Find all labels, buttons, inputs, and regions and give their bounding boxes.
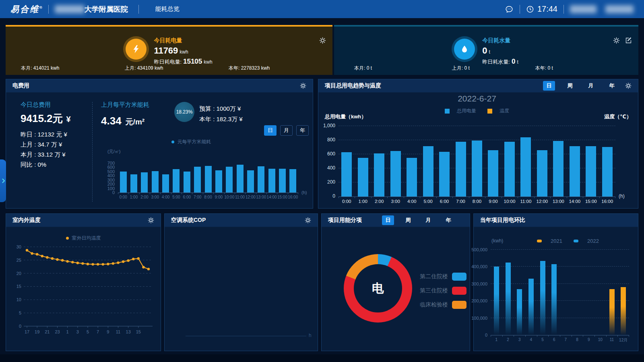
legend-item[interactable]: 第二住院楼: [420, 273, 466, 281]
bar: [194, 167, 201, 192]
divider: [138, 5, 139, 14]
gridline: [339, 126, 615, 126]
x-axis-label: 21: [45, 329, 50, 334]
y-axis-tick: 10: [17, 297, 21, 302]
app-logo-text: 易合维: [10, 4, 39, 14]
chart-legend: 总用电量 温度: [339, 108, 615, 114]
y-axis-tick: 30: [17, 244, 21, 249]
period-tabs: 日 月 年: [264, 125, 309, 136]
gear-icon[interactable]: [625, 83, 632, 89]
axis-tick: [404, 197, 404, 198]
bar: [551, 264, 557, 335]
redacted-user-info[interactable]: [570, 5, 597, 13]
axis-tick: [420, 197, 420, 198]
tab-year[interactable]: 年: [606, 81, 618, 91]
axis-tick: [485, 197, 485, 198]
water-summary-card[interactable]: 今日耗水量 0t 昨日耗水量:0t 本月: 0 t 上月: 0 t 本年: 0 …: [334, 25, 638, 75]
unit: t: [517, 59, 518, 65]
tab-month[interactable]: 月: [422, 215, 434, 225]
axis-tick: [572, 335, 572, 337]
value: 11769: [154, 46, 178, 56]
stat-last-month: 上月: 0 t: [452, 65, 535, 72]
x-axis-label: 4:00: [407, 199, 416, 204]
tab-day[interactable]: 日: [264, 125, 277, 136]
bar: [152, 171, 159, 192]
axis-tick: [502, 197, 502, 198]
axis-tick: [629, 335, 629, 337]
x-axis-label: 12:00: [536, 199, 548, 204]
x-axis-label: 5:00: [172, 195, 180, 199]
axis-tick: [235, 192, 235, 194]
card-header: 当年项目用电环比: [474, 214, 638, 227]
tab-day[interactable]: 日: [543, 81, 555, 91]
legend-label: 室外日均温度: [72, 235, 101, 242]
bar: [226, 167, 233, 192]
x-axis-unit: (h): [301, 190, 307, 195]
x-axis-label: 13:00: [256, 195, 266, 199]
axis-tick: [128, 192, 129, 194]
bar: [258, 166, 264, 192]
tab-day[interactable]: 日: [382, 215, 394, 225]
energy-donut-chart: 电: [344, 254, 412, 323]
x-axis-label: 3:00: [391, 199, 400, 204]
electricity-summary-card[interactable]: 今日耗电量 11769kwh 昨日耗电量:15105kwh 本月: 414021…: [6, 25, 332, 75]
data-point: [81, 262, 84, 265]
tab-year[interactable]: 年: [296, 125, 309, 136]
legend-item[interactable]: 第三住院楼: [420, 287, 466, 295]
tab-month[interactable]: 月: [585, 81, 597, 91]
bar: [237, 165, 244, 192]
redacted-user-name[interactable]: [605, 5, 634, 13]
stat-month: 本月: 414021 kwh: [21, 65, 125, 72]
bar: [439, 152, 450, 197]
today-value: 0t: [482, 46, 518, 56]
data-point: [26, 249, 28, 251]
x-axis-label: 5: [541, 337, 544, 342]
gear-icon[interactable]: [148, 217, 154, 223]
gear-icon[interactable]: [305, 217, 311, 223]
y-axis-tick: 0: [332, 193, 335, 199]
bar: [537, 150, 547, 197]
gear-icon[interactable]: [300, 83, 306, 89]
divider: [92, 102, 93, 202]
temperature-line: [27, 250, 149, 269]
x-axis-label: 13: [126, 329, 131, 334]
electricity-cost-card: 电费用 今日总费用 9415.2元¥ 昨日 : 12132 元 ¥ 上月 : 3…: [6, 79, 313, 209]
x-axis-label: 8: [576, 337, 578, 342]
tab-week[interactable]: 周: [402, 215, 414, 225]
legend-label: 临床检验楼: [420, 301, 448, 308]
electricity-summary: 今日耗电量 11769kwh 昨日耗电量:15105kwh: [6, 37, 332, 66]
x-axis-label: 10:00: [224, 195, 234, 199]
tab-week[interactable]: 周: [564, 81, 576, 91]
card-title: 当年项目用电环比: [480, 217, 525, 224]
stat-year: 本年: 2278323 kwh: [229, 65, 332, 72]
axis-tick: [548, 335, 549, 337]
data-point: [117, 261, 119, 264]
budget-line: 预算 : 1000万 ¥: [199, 105, 241, 113]
bar: [520, 137, 531, 197]
today-value: 11769kwh: [154, 46, 212, 56]
nav-item-energy-overview[interactable]: 能耗总览: [155, 5, 180, 13]
bar: [341, 152, 352, 197]
y-axis-tick: 700: [107, 161, 115, 165]
sidebar-expand-handle[interactable]: [0, 159, 6, 202]
indoor-outdoor-temperature-card: 室内外温度 室外日均温度 051015202530171921231357911…: [6, 213, 161, 351]
axis-tick: [387, 197, 388, 198]
tab-month[interactable]: 月: [280, 125, 293, 136]
cost-detail-last-month: 上月 : 34.7 万 ¥: [21, 141, 62, 149]
x-axis-label: 2:00: [375, 199, 384, 204]
card-title: 项目用能分项: [328, 217, 362, 224]
stat-last-month: 上月: 434109 kwh: [125, 65, 229, 72]
y-axis-tick: 500: [107, 169, 115, 174]
x-axis-label: 16:00: [601, 199, 613, 204]
data-point: [127, 259, 129, 262]
electricity-trend-card: 项目总用电趋势与温度 日 周 月 年 2022-6-27 总用电量 温度 总用电…: [318, 79, 638, 209]
chat-icon[interactable]: [505, 5, 514, 14]
clock-time: 17:44: [537, 4, 557, 14]
x-axis-label: 1:00: [130, 195, 138, 199]
tab-year[interactable]: 年: [442, 215, 454, 225]
bar: [279, 169, 286, 192]
axis-tick: [615, 197, 615, 198]
chevron-right-icon: [2, 178, 5, 183]
legend-item[interactable]: 临床检验楼: [420, 301, 466, 309]
value: 0: [512, 58, 515, 65]
